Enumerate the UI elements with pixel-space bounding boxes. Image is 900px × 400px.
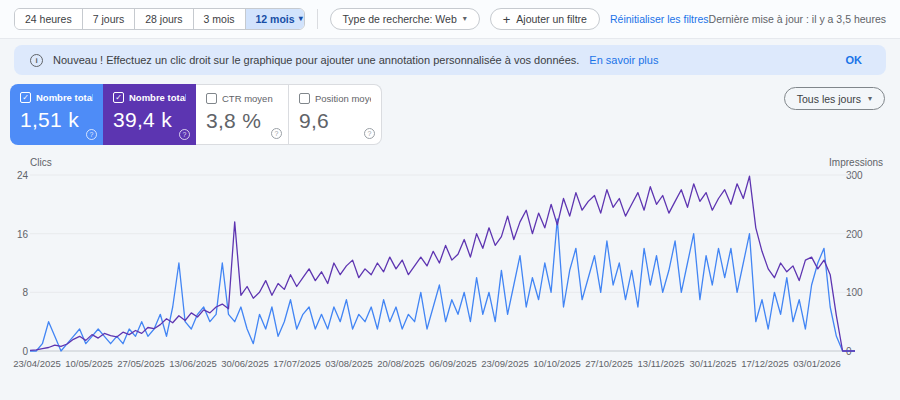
range-label: 7 jours (93, 13, 125, 25)
banner-ok-button[interactable]: OK (838, 50, 871, 70)
annotation-info-banner: i Nouveau ! Effectuez un clic droit sur … (14, 45, 886, 75)
left-axis-tick: 16 (0, 229, 28, 240)
left-axis-title: Clics (30, 157, 52, 168)
range-button-28d[interactable]: 28 jours (135, 9, 193, 29)
help-icon[interactable]: ? (271, 128, 282, 139)
plus-icon: + (503, 13, 511, 26)
series-Clics (30, 219, 855, 351)
metric-value: 9,6 (299, 109, 371, 133)
date-range-segmented-control: 24 heures 7 jours 28 jours 3 mois 12 moi… (14, 8, 305, 30)
granularity-dropdown[interactable]: Tous les jours ▾ (784, 87, 885, 110)
left-axis-tick: 0 (0, 346, 28, 357)
search-type-dropdown[interactable]: Type de recherche: Web ▾ (330, 8, 480, 30)
total-clicks-card[interactable]: ✓ Nombre total de c... 1,51 k ? (10, 84, 103, 145)
metric-cards-row: ✓ Nombre total de c... 1,51 k ? ✓ Nombre… (10, 84, 382, 145)
range-label: 28 jours (145, 13, 182, 25)
range-button-24h[interactable]: 24 heures (15, 9, 83, 29)
help-icon[interactable]: ? (364, 128, 375, 139)
chevron-down-icon: ▾ (463, 15, 467, 23)
info-icon: i (30, 54, 43, 67)
checkbox-checked-icon[interactable]: ✓ (20, 92, 31, 103)
banner-text: Nouveau ! Effectuez un clic droit sur le… (53, 54, 579, 66)
series-Impressions (30, 176, 855, 351)
range-button-12m[interactable]: 12 mois ▾ (246, 9, 305, 29)
search-type-label: Type de recherche: Web (343, 13, 457, 25)
chevron-down-icon: ▾ (299, 15, 303, 23)
range-label: 24 heures (25, 13, 72, 25)
left-axis-tick: 8 (0, 287, 28, 298)
last-update-text: Dernière mise à jour : il y a 3,5 heures (709, 13, 886, 25)
granularity-label: Tous les jours (797, 93, 861, 105)
x-axis-tick: 03/01/2026 (781, 358, 853, 369)
performance-line-chart[interactable] (30, 170, 855, 354)
average-position-card[interactable]: Position moyenne 9,6 ? (289, 84, 382, 145)
checkbox-checked-icon[interactable]: ✓ (113, 92, 124, 103)
add-filter-button[interactable]: + Ajouter un filtre (490, 8, 600, 30)
range-button-3m[interactable]: 3 mois (194, 9, 246, 29)
checkbox-unchecked-icon[interactable] (206, 93, 217, 104)
right-axis-title: Impressions (829, 157, 883, 168)
help-icon[interactable]: ? (86, 129, 97, 140)
filter-toolbar: 24 heures 7 jours 28 jours 3 mois 12 moi… (0, 0, 900, 39)
metric-label: Nombre total d'im... (129, 92, 186, 103)
metric-value: 39,4 k (113, 108, 186, 132)
chevron-down-icon: ▾ (868, 95, 872, 103)
metric-label: Nombre total de c... (36, 92, 93, 103)
metric-value: 1,51 k (20, 108, 93, 132)
learn-more-link[interactable]: En savoir plus (589, 54, 658, 66)
metric-label: CTR moyen (222, 93, 273, 104)
left-axis-tick: 24 (0, 170, 28, 181)
add-filter-label: Ajouter un filtre (516, 13, 587, 25)
range-button-7d[interactable]: 7 jours (83, 9, 136, 29)
reset-filters-link[interactable]: Réinitialiser les filtres (610, 13, 709, 25)
total-impressions-card[interactable]: ✓ Nombre total d'im... 39,4 k ? (103, 84, 196, 145)
range-label: 3 mois (204, 13, 235, 25)
help-icon[interactable]: ? (179, 129, 190, 140)
checkbox-unchecked-icon[interactable] (299, 93, 310, 104)
metric-value: 3,8 % (206, 109, 278, 133)
range-label: 12 mois (256, 13, 295, 25)
metric-label: Position moyenne (315, 93, 371, 104)
average-ctr-card[interactable]: CTR moyen 3,8 % ? (196, 84, 289, 145)
toolbar-divider (317, 9, 318, 29)
